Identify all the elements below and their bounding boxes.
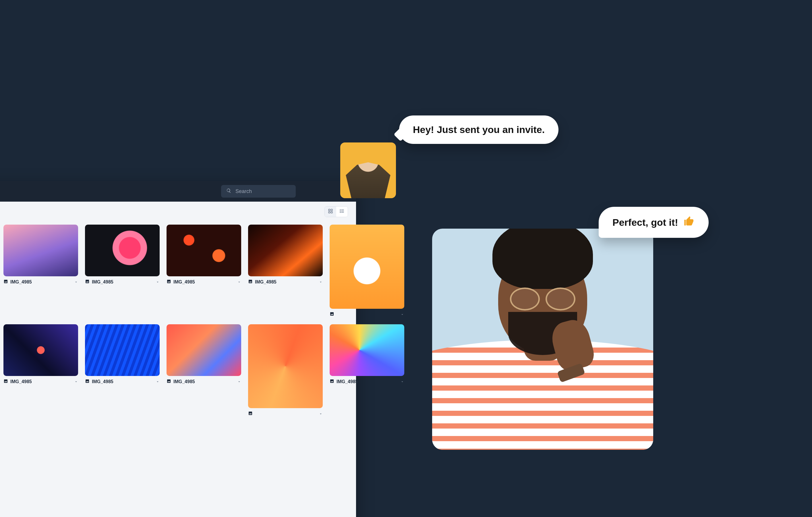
file-caption: IMG_4985	[3, 279, 78, 285]
file-name-label: IMG_4985	[10, 379, 32, 384]
file-thumbnail[interactable]	[3, 324, 78, 376]
file-caption: IMG_4985	[85, 379, 160, 384]
browser-topbar	[0, 181, 356, 202]
file-caption: IMG_4985	[85, 279, 160, 285]
image-file-icon	[85, 279, 90, 285]
file-card[interactable]: IMG_4985	[85, 324, 160, 417]
file-thumbnail[interactable]	[330, 225, 404, 309]
file-name-label: IMG_4985	[255, 280, 277, 285]
avatar-recipient-image	[432, 229, 653, 450]
file-menu-caret[interactable]	[319, 280, 323, 284]
svg-point-8	[340, 211, 341, 211]
thumbs-up-icon	[684, 216, 695, 229]
file-browser-window: 5IMG_4985IMG_4985IMG_4985IMG_4985IMG_498…	[0, 181, 356, 517]
file-card[interactable]	[248, 324, 323, 417]
svg-rect-0	[328, 209, 330, 210]
image-file-icon	[3, 379, 8, 384]
svg-point-7	[340, 210, 341, 210]
file-menu-caret[interactable]	[156, 380, 160, 384]
image-file-icon	[3, 279, 8, 285]
file-caption	[330, 312, 404, 317]
file-thumbnail[interactable]	[167, 324, 241, 376]
search-icon	[226, 188, 231, 195]
image-file-icon	[167, 379, 171, 384]
chat-bubble-reply-text: Perfect, got it!	[612, 217, 678, 228]
file-caption: IMG_4985	[330, 379, 404, 384]
chat-bubble-invite: Hey! Just sent you an invite.	[399, 115, 558, 144]
file-caption: IMG_4985	[167, 279, 241, 285]
file-caption: IMG_4985	[167, 379, 241, 384]
image-file-icon	[330, 379, 334, 384]
file-menu-caret[interactable]	[319, 412, 323, 416]
avatar-sender-image	[340, 147, 396, 198]
image-file-icon	[85, 379, 90, 384]
file-thumbnail[interactable]	[85, 225, 160, 276]
file-name-label: IMG_4985	[173, 280, 195, 285]
svg-rect-3	[331, 212, 332, 213]
file-name-label: IMG_4985	[173, 379, 195, 384]
file-card[interactable]: IMG_4985	[167, 225, 241, 317]
list-icon	[339, 208, 345, 215]
file-menu-caret[interactable]	[237, 380, 241, 384]
chat-bubble-reply: Perfect, got it!	[599, 207, 708, 238]
file-menu-caret[interactable]	[400, 380, 404, 384]
file-card[interactable]: IMG_4985	[330, 324, 404, 417]
svg-rect-2	[328, 212, 330, 213]
file-card[interactable]: IMG_4985	[248, 225, 323, 317]
file-card[interactable]: IMG_4985	[3, 225, 78, 317]
svg-point-9	[340, 212, 341, 213]
grid-icon	[328, 208, 333, 215]
grid-view-button[interactable]	[325, 206, 336, 217]
thumbnail-grid: 5IMG_4985IMG_4985IMG_4985IMG_4985IMG_498…	[0, 225, 348, 464]
file-name-label: IMG_4985	[10, 280, 32, 285]
file-card[interactable]: IMG_4985	[167, 324, 241, 417]
image-file-icon	[248, 411, 253, 417]
image-file-icon	[167, 279, 171, 285]
file-name-label: IMG_4985	[337, 379, 358, 384]
list-view-button[interactable]	[336, 206, 348, 217]
view-toggle	[324, 206, 348, 217]
file-caption: IMG_4985	[248, 279, 323, 285]
file-card[interactable]: IMG_4985	[85, 225, 160, 317]
file-card[interactable]: IMG_4985	[3, 324, 78, 417]
avatar-sender	[340, 142, 396, 198]
file-thumbnail[interactable]	[248, 225, 323, 276]
file-thumbnail[interactable]	[85, 324, 160, 376]
file-caption: IMG_4985	[3, 379, 78, 384]
file-thumbnail[interactable]	[330, 324, 404, 376]
file-card[interactable]	[330, 225, 404, 317]
file-thumbnail[interactable]	[167, 225, 241, 276]
file-thumbnail[interactable]	[248, 324, 323, 408]
file-caption	[248, 411, 323, 417]
file-menu-caret[interactable]	[400, 313, 404, 317]
file-menu-caret[interactable]	[237, 280, 241, 284]
browser-body: 5IMG_4985IMG_4985IMG_4985IMG_4985IMG_498…	[0, 202, 356, 517]
image-file-icon	[330, 312, 334, 317]
image-file-icon	[248, 279, 253, 285]
file-menu-caret[interactable]	[74, 280, 78, 284]
file-menu-caret[interactable]	[156, 280, 160, 284]
chat-bubble-invite-text: Hey! Just sent you an invite.	[413, 124, 545, 135]
search-input[interactable]	[235, 189, 291, 195]
file-name-label: IMG_4985	[92, 379, 113, 384]
avatar-recipient	[432, 229, 653, 450]
search-field[interactable]	[221, 185, 296, 198]
svg-rect-1	[331, 209, 332, 210]
file-thumbnail[interactable]	[3, 225, 78, 276]
file-menu-caret[interactable]	[74, 380, 78, 384]
file-name-label: IMG_4985	[92, 280, 113, 285]
